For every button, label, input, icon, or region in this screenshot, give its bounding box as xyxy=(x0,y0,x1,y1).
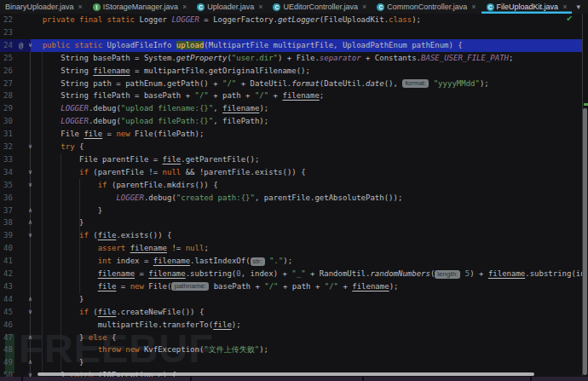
code-text[interactable]: if (parentFile != null && !parentFile.ex… xyxy=(24,166,582,179)
line-number[interactable]: 34 xyxy=(3,166,20,179)
code-editor[interactable]: FREEBUF 22 private final static Logger L… xyxy=(0,14,588,381)
code-text[interactable]: String filePath = basePath + "/" + path … xyxy=(24,89,582,102)
code-text[interactable]: multipartFile.transferTo(file); xyxy=(24,319,582,332)
line-number[interactable]: 43 xyxy=(3,280,20,293)
code-text[interactable]: if (file.createNewFile()) { xyxy=(24,306,582,319)
code-text[interactable]: LOGGER.debug("upload filename:{}", filen… xyxy=(24,102,582,115)
code-text[interactable]: public static UploadFileInfo upload(Mult… xyxy=(24,39,582,52)
inspection-check-icon[interactable]: ✔ xyxy=(567,13,573,24)
line-number[interactable]: 41 xyxy=(3,255,20,268)
code-line: 46 multipartFile.transferTo(file); xyxy=(0,319,588,332)
line-number[interactable]: 25 xyxy=(3,52,20,65)
code-text[interactable]: LOGGER.debug("created path:{}", parentFi… xyxy=(24,192,582,205)
tab-binaryuploader-java[interactable]: BinaryUploader.java× xyxy=(0,0,88,14)
tab-commoncontroller-java[interactable]: CCommonController.java× xyxy=(372,0,481,14)
code-text[interactable]: if (parentFile.mkdirs()) { xyxy=(24,179,582,192)
code-text[interactable]: } xyxy=(24,293,582,306)
line-number[interactable]: 31 xyxy=(3,128,20,141)
close-icon[interactable]: × xyxy=(471,3,476,11)
parameter-hint: length: xyxy=(435,270,460,279)
code-token: (FileUploadKit. xyxy=(320,15,389,24)
code-line: 29 LOGGER.debug("upload filename:{}", fi… xyxy=(0,102,588,115)
line-number[interactable]: 27 xyxy=(3,78,20,90)
code-line: 44∧ } xyxy=(0,293,588,306)
code-token: (parentFile.mkdirs()) { xyxy=(107,181,218,189)
tab-istoragemanager-java[interactable]: IIStorageManager.java× xyxy=(88,0,192,14)
close-icon[interactable]: × xyxy=(258,3,262,11)
line-number[interactable]: 39 xyxy=(3,229,20,242)
code-text[interactable]: } else { xyxy=(24,332,582,344)
code-token: separator xyxy=(320,54,361,62)
code-text[interactable]: filename = filename.substring(0, index) … xyxy=(24,268,582,280)
code-text[interactable]: try { xyxy=(24,141,582,153)
line-number[interactable]: 35 xyxy=(3,179,20,192)
interface-file-icon: I xyxy=(93,3,101,11)
line-number[interactable]: 28 xyxy=(3,89,20,102)
line-number[interactable]: 49 xyxy=(3,356,20,369)
tab-ueditorcontroller-java[interactable]: CUEditorController.java× xyxy=(268,0,372,14)
line-number[interactable]: 23 xyxy=(3,26,20,39)
line-number[interactable]: 30 xyxy=(3,115,20,128)
code-text[interactable]: int index = filename.lastIndexOf(str: ".… xyxy=(24,255,582,268)
code-text[interactable]: File file = new File(filePath); xyxy=(24,128,582,141)
code-token: (), xyxy=(384,79,403,88)
tab-fileuploadkit-java[interactable]: CFileUploadKit.java× xyxy=(481,0,573,14)
line-number[interactable]: 33 xyxy=(3,153,20,166)
change-marker[interactable] xyxy=(584,103,588,106)
line-number[interactable]: 48 xyxy=(3,343,20,356)
code-token: file xyxy=(84,130,102,138)
code-line: 49∧ } xyxy=(0,356,588,369)
line-number[interactable]: 37 xyxy=(3,205,20,217)
line-number[interactable]: 42 xyxy=(3,268,20,280)
line-number[interactable]: 32 xyxy=(3,141,20,153)
vertical-scrollbar[interactable] xyxy=(583,108,587,375)
code-token: ); xyxy=(480,79,489,88)
horizontal-scrollbar[interactable] xyxy=(37,372,534,377)
class-file-icon: C xyxy=(197,3,205,11)
more-options-icon[interactable]: ⋮ xyxy=(585,0,588,14)
code-text[interactable]: if (file.exists()) { xyxy=(24,229,582,242)
line-number[interactable]: 26 xyxy=(3,65,20,78)
code-token: , parentFile.getAbsolutePath()); xyxy=(255,193,402,202)
line-number[interactable]: 24 xyxy=(3,39,20,52)
code-token: filename xyxy=(93,66,130,75)
tab-uploader-java[interactable]: CUploader.java× xyxy=(192,0,268,14)
line-number[interactable]: 47 xyxy=(3,332,20,344)
code-text[interactable]: assert filename != null; xyxy=(24,242,582,255)
line-number[interactable]: 40 xyxy=(3,242,20,255)
code-text[interactable]: String basePath = System.getProperty("us… xyxy=(24,52,582,65)
line-number[interactable]: 46 xyxy=(3,319,20,332)
line-number[interactable]: 22 xyxy=(3,14,20,26)
code-token: ); xyxy=(232,320,241,329)
code-token: ); xyxy=(389,282,399,291)
code-token xyxy=(24,282,98,291)
code-token: "created path:{}" xyxy=(176,193,255,202)
chevron-down-icon[interactable]: ▾ xyxy=(572,0,585,14)
code-text[interactable]: } xyxy=(24,356,582,369)
code-text[interactable]: File parentFile = file.getParentFile(); xyxy=(24,153,582,166)
code-text[interactable]: LOGGER.debug("upload filePath:{}", fileP… xyxy=(24,115,582,128)
code-text[interactable]: } xyxy=(24,216,582,229)
code-token: + xyxy=(338,282,352,291)
line-number[interactable]: 29 xyxy=(3,102,20,115)
line-number[interactable]: 45 xyxy=(3,306,20,319)
code-line: 40 assert filename != null; xyxy=(0,242,588,255)
code-text[interactable]: String path = pathEnum.getPath() + "/" +… xyxy=(24,78,582,90)
code-text[interactable]: } xyxy=(24,205,582,217)
close-icon[interactable]: × xyxy=(562,3,567,11)
code-line: 31 File file = new File(filePath); xyxy=(0,128,588,141)
code-token: if xyxy=(98,181,107,189)
close-icon[interactable]: × xyxy=(182,3,187,11)
code-token: .debug( xyxy=(144,193,176,202)
close-icon[interactable]: × xyxy=(362,3,366,11)
code-text[interactable]: file = new File(pathname: basePath + "/"… xyxy=(24,280,582,293)
line-number[interactable]: 36 xyxy=(3,192,20,205)
code-text[interactable]: throw new KvfException("文件上传失败"); xyxy=(24,343,582,356)
code-token: filename xyxy=(130,244,167,252)
close-icon[interactable]: × xyxy=(78,3,83,11)
code-text[interactable]: private final static Logger LOGGER = Log… xyxy=(24,14,582,26)
line-number[interactable]: 38 xyxy=(3,216,20,229)
code-text[interactable]: String filename = multipartFile.getOrigi… xyxy=(24,65,582,78)
code-line: 22 private final static Logger LOGGER = … xyxy=(0,14,588,26)
line-number[interactable]: 44 xyxy=(3,293,20,306)
